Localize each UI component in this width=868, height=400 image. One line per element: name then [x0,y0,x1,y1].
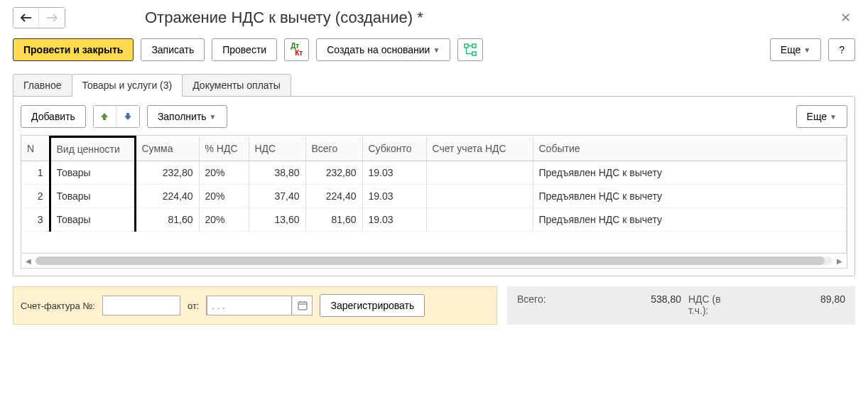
col-acct[interactable]: Счет учета НДС [426,137,533,161]
invoice-number-input[interactable] [102,296,180,315]
nav-forward-button[interactable] [39,8,65,28]
col-event[interactable]: Событие [533,137,847,161]
cell-pct[interactable]: 20% [199,208,249,232]
arrow-down-icon [123,112,133,121]
svg-rect-2 [472,52,476,55]
cell-nds[interactable]: 13,60 [249,208,305,232]
post-button[interactable]: Провести [212,38,277,61]
cell-n[interactable]: 2 [21,185,50,208]
svg-rect-0 [465,44,468,48]
chevron-down-icon: ▼ [803,46,810,54]
cell-nds[interactable]: 37,40 [249,185,305,208]
cell-n[interactable]: 3 [21,208,50,232]
cell-sum[interactable]: 81,60 [135,208,199,232]
nav-back-button[interactable] [13,8,39,28]
nav-arrows [13,7,65,28]
totals-nds-label: НДС (в т.ч.): [688,293,724,316]
create-based-on-button[interactable]: Создать на основании ▼ [316,38,450,61]
table-row[interactable]: 3Товары81,6020%13,6081,6019.03Предъявлен… [21,208,847,232]
save-button[interactable]: Записать [141,38,205,61]
table-row[interactable]: 1Товары232,8020%38,80232,8019.03Предъявл… [21,161,847,185]
cell-total[interactable]: 81,60 [305,208,362,232]
move-down-button[interactable] [116,106,139,127]
chevron-down-icon: ▼ [830,113,837,121]
dtkt-icon: ДтКт [291,43,303,57]
fill-button[interactable]: Заполнить ▼ [147,105,227,128]
col-pct[interactable]: % НДС [199,137,249,161]
close-button[interactable]: ✕ [836,10,855,26]
totals-nds-value: 89,80 [731,293,845,305]
structure-icon [464,43,477,56]
structure-button[interactable] [457,38,483,61]
cell-sub[interactable]: 19.03 [362,208,426,232]
cell-sum[interactable]: 232,80 [135,161,199,185]
col-sum[interactable]: Сумма [135,137,199,161]
arrow-right-icon [46,13,58,22]
table-row[interactable]: 2Товары224,4020%37,40224,4019.03Предъявл… [21,185,847,208]
arrow-up-icon [99,112,109,121]
scroll-left-icon[interactable]: ◀ [26,257,31,265]
col-kind[interactable]: Вид ценности [50,137,135,161]
main-toolbar: Провести и закрыть Записать Провести ДтК… [0,33,868,71]
tab-payments[interactable]: Документы оплаты [182,74,291,97]
chevron-down-icon: ▼ [210,113,217,121]
col-n[interactable]: N [21,137,50,161]
cell-sub[interactable]: 19.03 [362,185,426,208]
invoice-number-label: Счет-фактура №: [21,301,95,311]
tab-goods[interactable]: Товары и услуги (3) [72,74,183,97]
goods-table: N Вид ценности Сумма % НДС НДС Всего Суб… [21,135,847,269]
cell-nds[interactable]: 38,80 [249,161,305,185]
cell-n[interactable]: 1 [21,161,50,185]
cell-kind[interactable]: Товары [50,185,135,208]
cell-event[interactable]: Предъявлен НДС к вычету [533,161,847,185]
arrow-left-icon [21,13,32,22]
add-row-button[interactable]: Добавить [21,105,86,128]
tabs: Главное Товары и услуги (3) Документы оп… [0,74,868,97]
col-total[interactable]: Всего [305,137,362,161]
cell-event[interactable]: Предъявлен НДС к вычету [533,185,847,208]
cell-sum[interactable]: 224,40 [135,185,199,208]
cell-event[interactable]: Предъявлен НДС к вычету [533,208,847,232]
sub-more-button[interactable]: Еще ▼ [796,105,847,128]
move-row-buttons [93,105,140,128]
move-up-button[interactable] [94,106,116,127]
invoice-panel: Счет-фактура №: от: Зарегистрировать [13,286,497,325]
cell-kind[interactable]: Товары [50,161,135,185]
totals-panel: Всего: 538,80 НДС (в т.ч.): 89,80 [507,286,855,325]
help-button[interactable]: ? [828,38,855,61]
scroll-right-icon[interactable]: ▶ [837,257,842,265]
cell-acct[interactable] [426,161,533,185]
invoice-date-input[interactable] [207,296,292,315]
col-nds[interactable]: НДС [249,137,305,161]
invoice-from-label: от: [188,301,200,311]
col-sub[interactable]: Субконто [362,137,426,161]
cell-acct[interactable] [426,185,533,208]
calendar-icon[interactable] [292,296,312,315]
post-and-close-button[interactable]: Провести и закрыть [13,38,134,61]
cell-acct[interactable] [426,208,533,232]
svg-rect-3 [298,302,307,310]
table-header-row: N Вид ценности Сумма % НДС НДС Всего Суб… [21,137,847,161]
tab-content: Добавить Заполнить ▼ Еще ▼ [13,96,855,276]
page-title: Отражение НДС к вычету (создание) * [145,9,423,27]
horizontal-scrollbar[interactable]: ◀ ▶ [21,253,847,268]
cell-total[interactable]: 232,80 [305,161,362,185]
totals-total-value: 538,80 [567,293,681,305]
svg-rect-1 [472,44,476,48]
cell-kind[interactable]: Товары [50,208,135,232]
cell-sub[interactable]: 19.03 [362,161,426,185]
more-button[interactable]: Еще ▼ [770,38,821,61]
register-invoice-button[interactable]: Зарегистрировать [320,294,425,317]
totals-total-label: Всего: [517,293,560,305]
dtkt-button[interactable]: ДтКт [284,38,309,61]
cell-pct[interactable]: 20% [199,161,249,185]
cell-pct[interactable]: 20% [199,185,249,208]
tab-main[interactable]: Главное [13,74,72,97]
chevron-down-icon: ▼ [433,46,440,54]
cell-total[interactable]: 224,40 [305,185,362,208]
